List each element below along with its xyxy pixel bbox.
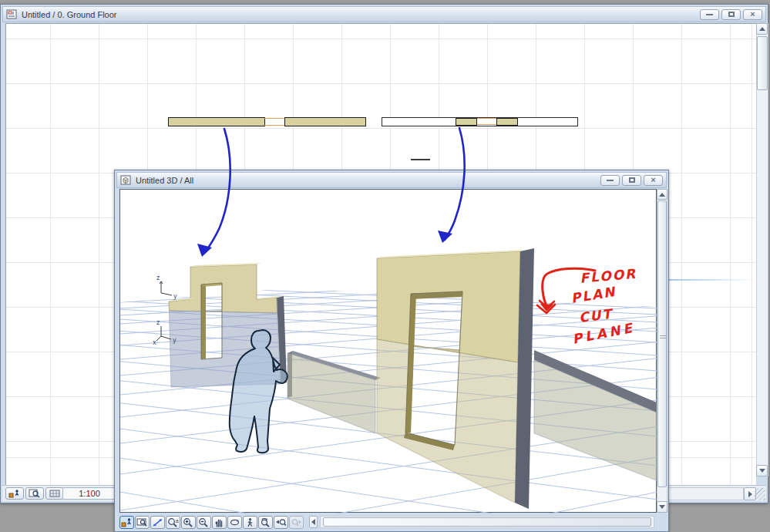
viewer-close-button[interactable]: ×: [644, 175, 663, 186]
zoom-out-button[interactable]: [197, 516, 211, 529]
next-zoom-icon: [291, 517, 302, 527]
magnify-button[interactable]: [25, 487, 44, 500]
wall-segment: [284, 117, 366, 126]
minimize-icon: [607, 180, 614, 181]
previous-zoom-button[interactable]: [274, 516, 288, 529]
orbit-icon: [229, 517, 240, 527]
fit-in-window-icon: [136, 517, 148, 527]
viewer-vscroll-thumb[interactable]: [657, 200, 667, 487]
previous-zoom-icon: [275, 517, 287, 527]
plan-faint-blue-line: [669, 279, 756, 281]
quick-options-button[interactable]: [5, 487, 24, 500]
pan-grid-button[interactable]: [45, 487, 64, 500]
viewer-titlebar[interactable]: Untitled 3D / All ×: [116, 172, 667, 188]
plan-wall-cut-filled[interactable]: [168, 117, 366, 126]
look-around-button[interactable]: [258, 516, 273, 529]
toolbar-scroll-left-button[interactable]: [309, 516, 318, 528]
viewer-viewport[interactable]: z y z x y: [119, 189, 657, 513]
arrow-down-icon: [759, 469, 765, 473]
plan-scroll-down-button[interactable]: [756, 465, 768, 476]
slot-reveal: [201, 284, 206, 359]
window-resize-grip[interactable]: [755, 488, 765, 500]
viewer-minimize-button[interactable]: [600, 175, 620, 186]
svg-text:y: y: [173, 337, 177, 344]
magnify-icon: [29, 489, 41, 498]
svg-text:z: z: [156, 274, 160, 281]
look-around-icon: [260, 517, 271, 527]
zoom-in-button[interactable]: [181, 516, 196, 529]
plan-wall-outline[interactable]: [382, 117, 578, 126]
plan-window-title: Untitled / 0. Ground Floor: [22, 10, 117, 19]
viewer-nav-toolbar: ±: [119, 514, 654, 530]
zoom-out-icon: [198, 517, 210, 527]
zoom-button[interactable]: ±: [166, 516, 180, 529]
door-jamb-fill: [496, 118, 518, 126]
plan-minimize-button[interactable]: [700, 9, 719, 20]
pan-grid-icon: [49, 489, 61, 498]
svg-text:±: ±: [175, 517, 179, 524]
viewer-scroll-down-button[interactable]: [657, 501, 667, 513]
pan-hand-icon: [214, 517, 225, 527]
door-opening-gap: [477, 118, 497, 125]
navigate-button[interactable]: [150, 516, 165, 529]
navigate-icon: [152, 517, 163, 527]
orbit-button[interactable]: [227, 516, 242, 529]
3d-view-icon: [120, 175, 131, 185]
svg-text:x: x: [153, 339, 156, 346]
3d-scene: z y z x y: [120, 190, 657, 513]
viewer-maximize-button[interactable]: [622, 175, 641, 186]
pan-button[interactable]: [212, 516, 227, 529]
plan-line-element[interactable]: [411, 159, 430, 160]
arrow-up-icon: [759, 27, 765, 31]
viewer-scroll-up-button[interactable]: [657, 189, 667, 200]
close-icon: ×: [750, 10, 755, 19]
3d-view-mode-icon: [121, 517, 133, 527]
maximize-icon: [728, 12, 735, 17]
plan-vscroll-thumb[interactable]: [757, 36, 768, 90]
plan-close-button[interactable]: ×: [743, 9, 762, 20]
plan-vertical-scrollbar[interactable]: [756, 23, 768, 476]
plan-maximize-button[interactable]: [721, 9, 741, 20]
arrow-down-icon: [659, 505, 665, 509]
tall-wall-with-door-opening[interactable]: [287, 248, 657, 509]
thumb-grip-icon: [660, 335, 666, 340]
walk-person-icon: [244, 517, 256, 527]
arrow-left-icon: [311, 519, 315, 525]
door-opening-gap: [264, 118, 286, 126]
svg-text:y: y: [173, 293, 177, 300]
plan-scroll-up-button[interactable]: [756, 23, 768, 35]
svg-text:z: z: [156, 319, 160, 326]
explore-button[interactable]: [243, 516, 257, 529]
quick-options-icon: [8, 489, 21, 498]
zoom-in-icon: [183, 517, 194, 527]
floor-plan-document-icon: [6, 9, 17, 19]
viewer-window-title: Untitled 3D / All: [136, 176, 193, 185]
door-jamb-fill: [456, 118, 477, 126]
viewer-horizontal-scrollbar[interactable]: [320, 516, 654, 528]
minimize-icon: [706, 14, 713, 15]
wall-segment: [168, 117, 265, 126]
viewer-window: Untitled 3D / All ×: [114, 170, 669, 532]
fit-in-window-button[interactable]: [135, 516, 150, 529]
plan-titlebar[interactable]: Untitled / 0. Ground Floor ×: [2, 6, 766, 22]
zoom-icon: ±: [167, 517, 179, 527]
viewer-hscroll-thumb[interactable]: [323, 517, 651, 527]
next-zoom-button[interactable]: [289, 516, 304, 529]
arrow-right-icon: [748, 491, 752, 497]
maximize-icon: [629, 177, 635, 183]
scale-selector[interactable]: 1:100: [62, 487, 116, 500]
close-icon: ×: [651, 176, 655, 184]
3d-view-mode-button[interactable]: [119, 516, 134, 529]
arrow-up-icon: [659, 193, 665, 197]
desktop: Untitled / 0. Ground Floor ×: [0, 0, 770, 532]
